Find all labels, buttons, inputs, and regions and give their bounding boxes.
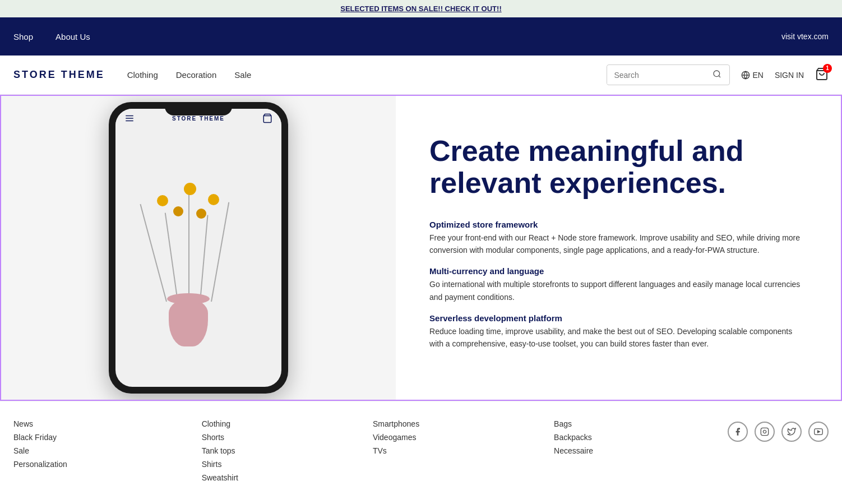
footer-shorts[interactable]: Shorts <box>202 433 238 442</box>
feature-title-3: Serverless development platform <box>429 313 807 323</box>
vtex-link[interactable]: visit vtex.com <box>781 32 829 41</box>
svg-rect-9 <box>761 428 768 435</box>
facebook-icon[interactable] <box>728 422 748 442</box>
main-nav: Clothing Decoration Sale <box>127 70 607 80</box>
footer-tvs[interactable]: TVs <box>373 446 419 455</box>
language-label: EN <box>752 71 763 80</box>
footer-col-4: Bags Backpacks Necessaire <box>554 419 593 482</box>
shop-link[interactable]: Shop <box>13 32 33 41</box>
footer-col-3: Smartphones Videogames TVs <box>373 419 419 482</box>
footer-news[interactable]: News <box>13 419 67 428</box>
footer-black-friday[interactable]: Black Friday <box>13 433 67 442</box>
announcement-bar: SELECTED ITEMS ON SALE!! CHECK IT OUT!! <box>0 0 842 17</box>
footer-tank-tops[interactable]: Tank tops <box>202 446 238 455</box>
header-right: EN SIGN IN 1 <box>607 64 829 85</box>
footer-necessaire[interactable]: Necessaire <box>554 446 593 455</box>
phone-menu-icon <box>124 113 135 123</box>
feature-block-1: Optimized store framework Free your fron… <box>429 220 807 257</box>
secondary-nav: Shop About Us visit vtex.com <box>0 17 842 56</box>
instagram-icon[interactable] <box>755 422 775 442</box>
phone-screen: STORE THEME <box>115 109 281 387</box>
footer-sale[interactable]: Sale <box>13 446 67 455</box>
feature-text-1: Free your front-end with our React + Nod… <box>429 232 807 257</box>
sign-in-button[interactable]: SIGN IN <box>775 71 804 80</box>
feature-block-2: Multi-currency and language Go internati… <box>429 266 807 303</box>
search-box[interactable] <box>607 64 730 85</box>
youtube-icon[interactable] <box>808 422 829 442</box>
svg-line-1 <box>719 76 721 77</box>
phone-mockup: STORE THEME <box>109 102 288 394</box>
svg-marker-11 <box>817 431 820 433</box>
svg-point-0 <box>714 71 720 77</box>
announcement-link[interactable]: SELECTED ITEMS ON SALE!! CHECK IT OUT!! <box>340 4 501 13</box>
nav-clothing[interactable]: Clothing <box>127 70 158 80</box>
footer-col-2: Clothing Shorts Tank tops Shirts Sweatsh… <box>202 419 238 482</box>
phone-cart-icon <box>262 113 272 123</box>
feature-block-3: Serverless development platform Reduce l… <box>429 313 807 350</box>
twitter-icon[interactable] <box>781 422 802 442</box>
globe-icon <box>741 71 750 80</box>
about-link[interactable]: About Us <box>55 32 90 41</box>
hero-left: STORE THEME <box>1 96 396 400</box>
search-button[interactable] <box>708 65 726 85</box>
feature-title-2: Multi-currency and language <box>429 266 807 276</box>
phone-logo: STORE THEME <box>172 115 225 122</box>
site-logo[interactable]: STORE THEME <box>13 69 105 81</box>
footer-clothing[interactable]: Clothing <box>202 419 238 428</box>
footer: News Black Friday Sale Personalization C… <box>0 401 842 496</box>
secondary-nav-right: visit vtex.com <box>781 31 829 41</box>
footer-social <box>728 419 829 482</box>
secondary-nav-left: Shop About Us <box>13 32 90 41</box>
hero-section: STORE THEME <box>0 95 842 401</box>
footer-personalization[interactable]: Personalization <box>13 460 67 469</box>
feature-text-2: Go international with multiple storefron… <box>429 278 807 303</box>
cart-badge: 1 <box>823 64 832 73</box>
search-input[interactable] <box>607 66 708 84</box>
nav-decoration[interactable]: Decoration <box>176 70 217 80</box>
hero-right: Create meaningful and relevant experienc… <box>396 96 841 400</box>
feature-text-3: Reduce loading time, improve usability, … <box>429 325 807 350</box>
footer-col-1: News Black Friday Sale Personalization <box>13 419 67 482</box>
feature-title-1: Optimized store framework <box>429 220 807 229</box>
footer-sweatshirt[interactable]: Sweatshirt <box>202 473 238 482</box>
footer-shirts[interactable]: Shirts <box>202 460 238 469</box>
language-selector[interactable]: EN <box>741 71 763 80</box>
nav-sale[interactable]: Sale <box>234 70 251 80</box>
cart-icon[interactable]: 1 <box>815 67 829 83</box>
footer-backpacks[interactable]: Backpacks <box>554 433 593 442</box>
phone-notch <box>165 102 232 115</box>
footer-videogames[interactable]: Videogames <box>373 433 419 442</box>
main-header: STORE THEME Clothing Decoration Sale EN … <box>0 56 842 95</box>
footer-bags[interactable]: Bags <box>554 419 593 428</box>
hero-title: Create meaningful and relevant experienc… <box>429 135 807 199</box>
footer-smartphones[interactable]: Smartphones <box>373 419 419 428</box>
